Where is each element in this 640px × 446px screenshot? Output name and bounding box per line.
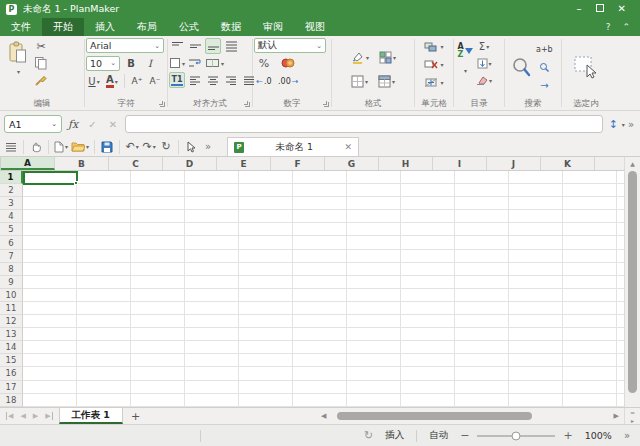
cell-K4[interactable]: [563, 210, 617, 223]
bold-button[interactable]: B: [123, 55, 139, 71]
cell-partial[interactable]: [617, 302, 624, 315]
cell-G15[interactable]: [347, 354, 401, 367]
cell-K10[interactable]: [563, 289, 617, 302]
undo-button[interactable]: ↶▾: [125, 139, 139, 155]
cell-B15[interactable]: [77, 354, 131, 367]
cell-J11[interactable]: [509, 302, 563, 315]
cell-B17[interactable]: [77, 381, 131, 394]
cell-E8[interactable]: [239, 263, 293, 276]
cell-size-button[interactable]: ▾: [424, 74, 443, 90]
zoom-level[interactable]: 100%: [585, 430, 612, 441]
pointer-tool-button[interactable]: [184, 139, 198, 155]
row-header-1[interactable]: 1: [0, 171, 23, 184]
cell-partial[interactable]: [617, 328, 624, 341]
cell-C12[interactable]: [131, 315, 185, 328]
align-right-button[interactable]: [223, 72, 239, 88]
cell-E9[interactable]: [239, 276, 293, 289]
cell-D1[interactable]: [185, 171, 239, 184]
cell-C7[interactable]: [131, 250, 185, 263]
cell-A2[interactable]: [23, 184, 77, 197]
character-dialog-launcher[interactable]: [160, 102, 165, 107]
next-sheet-button[interactable]: ▶: [33, 412, 38, 420]
cell-F8[interactable]: [293, 263, 347, 276]
number-dialog-launcher[interactable]: [324, 102, 329, 107]
maximize-button[interactable]: [596, 4, 604, 14]
cell-I14[interactable]: [455, 341, 509, 354]
cell-H11[interactable]: [401, 302, 455, 315]
scroll-left-button[interactable]: ◀: [318, 412, 329, 420]
row-header-8[interactable]: 8: [0, 263, 23, 276]
cell-I9[interactable]: [455, 276, 509, 289]
cell-K1[interactable]: [563, 171, 617, 184]
cell-F2[interactable]: [293, 184, 347, 197]
cell-K12[interactable]: [563, 315, 617, 328]
cell-H17[interactable]: [401, 381, 455, 394]
cell-F5[interactable]: [293, 223, 347, 236]
cell-H15[interactable]: [401, 354, 455, 367]
cell-partial[interactable]: [617, 210, 624, 223]
row-header-13[interactable]: 13: [0, 328, 23, 341]
document-tab[interactable]: P 未命名 1 ✕: [227, 137, 359, 156]
menu-tab-插入[interactable]: 插入: [84, 18, 126, 36]
horizontal-scrollbar-thumb[interactable]: [337, 412, 532, 420]
cell-D16[interactable]: [185, 367, 239, 380]
cell-E18[interactable]: [239, 394, 293, 407]
cell-I11[interactable]: [455, 302, 509, 315]
paste-button[interactable]: [7, 38, 29, 68]
sort-dropdown[interactable]: ▾: [464, 67, 467, 74]
cell-J8[interactable]: [509, 263, 563, 276]
redo-button[interactable]: ↷▾: [142, 139, 156, 155]
row-header-17[interactable]: 17: [0, 381, 23, 394]
align-left-button[interactable]: [187, 72, 203, 88]
cell-G4[interactable]: [347, 210, 401, 223]
conditional-formatting-button[interactable]: ▾: [379, 50, 396, 66]
previous-sheet-button[interactable]: ◀: [20, 412, 25, 420]
sheet-tab[interactable]: 工作表 1: [59, 408, 123, 424]
cell-I8[interactable]: [455, 263, 509, 276]
cell-E14[interactable]: [239, 341, 293, 354]
zoom-out-button[interactable]: −: [460, 429, 469, 442]
recalc-mode-indicator[interactable]: 自动: [429, 429, 448, 442]
column-header-C[interactable]: C: [109, 157, 163, 170]
cell-J14[interactable]: [509, 341, 563, 354]
cell-C9[interactable]: [131, 276, 185, 289]
cell-E1[interactable]: [239, 171, 293, 184]
formula-bar-overflow[interactable]: »: [628, 119, 634, 130]
cell-J12[interactable]: [509, 315, 563, 328]
cell-J7[interactable]: [509, 250, 563, 263]
row-header-6[interactable]: 6: [0, 236, 23, 249]
cell-C13[interactable]: [131, 328, 185, 341]
cell-C2[interactable]: [131, 184, 185, 197]
cell-partial[interactable]: [617, 381, 624, 394]
pan-tool-button[interactable]: [29, 139, 43, 155]
cell-G8[interactable]: [347, 263, 401, 276]
cell-H8[interactable]: [401, 263, 455, 276]
number-format-select[interactable]: 默认 ⌄: [254, 38, 326, 53]
cell-A7[interactable]: [23, 250, 77, 263]
cell-I15[interactable]: [455, 354, 509, 367]
cut-button[interactable]: ✂: [33, 38, 49, 54]
menu-tab-视图[interactable]: 视图: [294, 18, 336, 36]
cell-I2[interactable]: [455, 184, 509, 197]
cell-C5[interactable]: [131, 223, 185, 236]
cell-A9[interactable]: [23, 276, 77, 289]
column-header-D[interactable]: D: [163, 157, 217, 170]
cell-C8[interactable]: [131, 263, 185, 276]
view-menu-button[interactable]: [4, 139, 18, 155]
cell-G12[interactable]: [347, 315, 401, 328]
cell-A17[interactable]: [23, 381, 77, 394]
search-again-button[interactable]: [536, 60, 552, 76]
cell-J15[interactable]: [509, 354, 563, 367]
borders-button[interactable]: ▾: [351, 74, 368, 90]
remove-decimal-button[interactable]: ←.0: [256, 73, 272, 89]
cell-A16[interactable]: [23, 367, 77, 380]
distribute-vertical-button[interactable]: [223, 38, 239, 54]
cell-B12[interactable]: [77, 315, 131, 328]
cell-F16[interactable]: [293, 367, 347, 380]
text-orientation-button[interactable]: T1: [169, 72, 185, 88]
fill-button[interactable]: ▾: [476, 55, 492, 71]
cell-F1[interactable]: [293, 171, 347, 184]
cell-H6[interactable]: [401, 236, 455, 249]
cell-G18[interactable]: [347, 394, 401, 407]
cell-B11[interactable]: [77, 302, 131, 315]
